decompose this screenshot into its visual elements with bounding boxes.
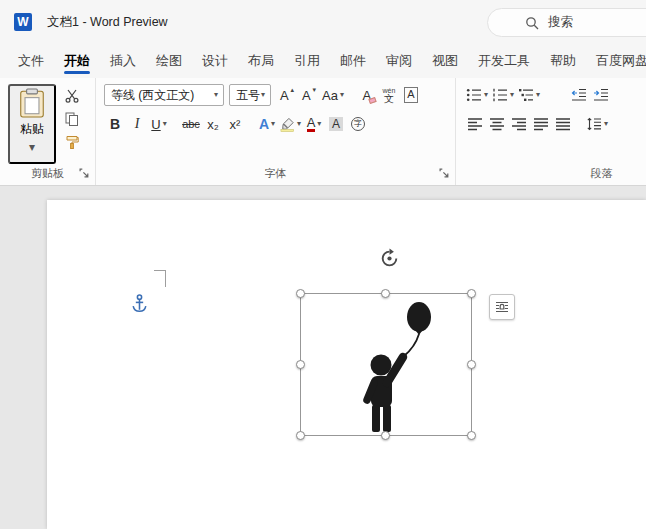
font-color-button[interactable]: A▾ xyxy=(303,113,325,135)
tab-references[interactable]: 引用 xyxy=(284,44,330,78)
tab-review[interactable]: 审阅 xyxy=(376,44,422,78)
rotate-handle[interactable] xyxy=(379,248,400,269)
tab-help[interactable]: 帮助 xyxy=(540,44,586,78)
format-painter-icon xyxy=(65,135,79,149)
image-selection[interactable] xyxy=(300,293,472,436)
multilevel-list-icon xyxy=(518,88,534,102)
bullets-button[interactable]: ▾ xyxy=(464,84,490,106)
superscript-button[interactable]: x² xyxy=(224,113,246,135)
decrease-indent-button[interactable] xyxy=(568,84,590,106)
search-box[interactable]: 搜索 xyxy=(487,8,646,37)
highlighter-icon xyxy=(280,117,295,132)
character-border-icon: A xyxy=(404,87,417,102)
copy-icon xyxy=(65,112,79,126)
rotate-icon xyxy=(379,248,400,269)
chevron-down-icon: ▾ xyxy=(297,120,301,128)
clear-formatting-button[interactable]: A xyxy=(356,84,378,106)
paste-clipboard-icon xyxy=(19,88,45,118)
align-right-icon xyxy=(511,117,527,131)
italic-button[interactable]: I xyxy=(126,113,148,135)
tab-view[interactable]: 视图 xyxy=(422,44,468,78)
chevron-down-icon: ▾ xyxy=(484,91,488,99)
down-arrow-icon: ▾ xyxy=(313,86,317,93)
font-size-combobox[interactable]: 五号 ▾ xyxy=(229,84,271,106)
increase-indent-icon xyxy=(593,88,609,102)
multilevel-list-button[interactable]: ▾ xyxy=(516,84,542,106)
tab-developer[interactable]: 开发工具 xyxy=(468,44,540,78)
selection-handle-top-left[interactable] xyxy=(296,289,305,298)
numbered-list-icon xyxy=(492,88,508,102)
tab-layout[interactable]: 布局 xyxy=(238,44,284,78)
enclose-characters-icon: 字 xyxy=(351,117,365,131)
change-case-button[interactable]: Aa▾ xyxy=(320,84,346,106)
phonetic-guide-button[interactable]: wén 文 xyxy=(378,84,400,106)
line-spacing-button[interactable]: ▾ xyxy=(584,113,610,135)
chevron-down-icon: ▾ xyxy=(261,91,265,99)
decrease-indent-icon xyxy=(571,88,587,102)
tab-file[interactable]: 文件 xyxy=(8,44,54,78)
font-name-value: 等线 (西文正文) xyxy=(111,87,194,104)
distribute-text-icon xyxy=(555,117,571,131)
subscript-label: x₂ xyxy=(207,117,219,132)
format-painter-button[interactable] xyxy=(60,132,84,151)
bold-button[interactable]: B xyxy=(104,113,126,135)
tab-insert[interactable]: 插入 xyxy=(100,44,146,78)
text-effects-button[interactable]: A▾ xyxy=(256,113,278,135)
window-title: 文档1 - Word Preview xyxy=(47,14,168,31)
layout-options-button[interactable] xyxy=(489,294,515,320)
paste-dropdown-icon: ▾ xyxy=(29,141,35,153)
clipboard-dialog-launcher[interactable] xyxy=(79,168,90,179)
text-cursor xyxy=(154,270,166,287)
tab-draw[interactable]: 绘图 xyxy=(146,44,192,78)
underline-button[interactable]: U▾ xyxy=(148,113,170,135)
align-left-button[interactable] xyxy=(464,113,486,135)
enclose-characters-button[interactable]: 字 xyxy=(347,113,369,135)
justify-button[interactable] xyxy=(530,113,552,135)
align-right-button[interactable] xyxy=(508,113,530,135)
font-size-value: 五号 xyxy=(236,87,260,104)
paste-label: 粘贴 xyxy=(20,121,44,138)
align-center-button[interactable] xyxy=(486,113,508,135)
numbering-button[interactable]: ▾ xyxy=(490,84,516,106)
paste-button[interactable]: 粘贴 ▾ xyxy=(8,84,56,164)
ribbon-tab-bar: 文件 开始 插入 绘图 设计 布局 引用 邮件 审阅 视图 开发工具 帮助 百度… xyxy=(0,44,646,78)
distribute-button[interactable] xyxy=(552,113,574,135)
copy-button[interactable] xyxy=(60,109,84,128)
title-bar: W 文档1 - Word Preview 搜索 xyxy=(0,0,646,44)
selection-handle-right[interactable] xyxy=(467,360,476,369)
font-name-combobox[interactable]: 等线 (西文正文) ▾ xyxy=(104,84,224,106)
search-icon xyxy=(525,16,539,30)
tab-baidu-netdisk[interactable]: 百度网盘 xyxy=(586,44,646,78)
selection-handle-left[interactable] xyxy=(296,360,305,369)
person-balloon-clipart[interactable] xyxy=(337,299,449,433)
selection-handle-top[interactable] xyxy=(381,289,390,298)
tab-home[interactable]: 开始 xyxy=(54,44,100,78)
tab-mailings[interactable]: 邮件 xyxy=(330,44,376,78)
layout-options-icon xyxy=(493,298,511,316)
object-anchor-icon[interactable] xyxy=(131,294,148,315)
strikethrough-button[interactable]: abc xyxy=(180,113,202,135)
increase-indent-button[interactable] xyxy=(590,84,612,106)
line-spacing-icon xyxy=(586,117,602,131)
bold-label: B xyxy=(110,116,120,132)
selection-handle-bottom-right[interactable] xyxy=(467,431,476,440)
shrink-font-button[interactable]: A▾ xyxy=(298,84,320,106)
selection-handle-top-right[interactable] xyxy=(467,289,476,298)
chevron-down-icon: ▾ xyxy=(340,91,344,99)
change-case-label: Aa xyxy=(322,88,338,103)
scissors-icon xyxy=(65,89,79,103)
selection-handle-bottom[interactable] xyxy=(381,431,390,440)
selection-handle-bottom-left[interactable] xyxy=(296,431,305,440)
grow-font-button[interactable]: A▴ xyxy=(276,84,298,106)
character-border-button[interactable]: A xyxy=(400,84,422,106)
chevron-down-icon: ▾ xyxy=(317,120,321,128)
font-dialog-launcher[interactable] xyxy=(439,168,450,179)
character-shading-button[interactable]: A xyxy=(325,113,347,135)
text-highlight-button[interactable]: ▾ xyxy=(278,113,303,135)
cut-button[interactable] xyxy=(60,86,84,105)
subscript-button[interactable]: x₂ xyxy=(202,113,224,135)
chevron-down-icon: ▾ xyxy=(604,120,608,128)
word-logo-icon: W xyxy=(14,13,32,31)
font-color-icon: A xyxy=(307,116,316,133)
tab-design[interactable]: 设计 xyxy=(192,44,238,78)
